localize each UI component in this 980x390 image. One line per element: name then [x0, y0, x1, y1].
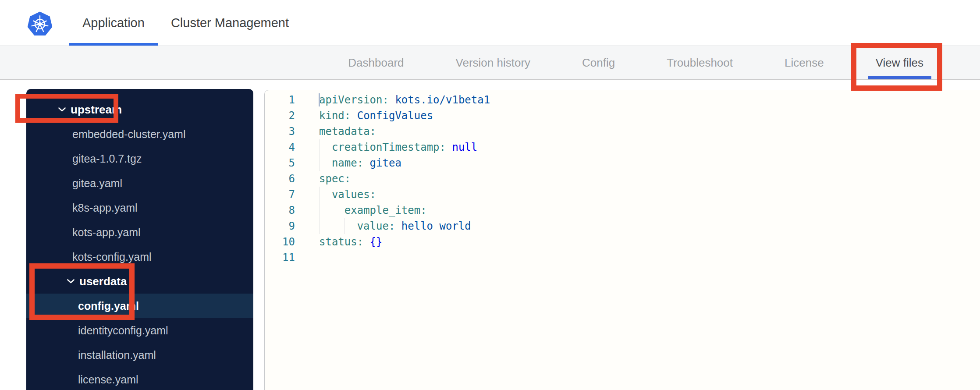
subnav-tab-view-files[interactable]: View files: [868, 46, 931, 79]
token-kw: {}: [363, 236, 382, 248]
token-key: example_item:: [344, 204, 427, 216]
token-key: creationTimestamp:: [332, 141, 446, 153]
tree-item-config-yaml[interactable]: config.yaml: [26, 294, 253, 318]
token-key: values:: [332, 188, 376, 201]
line-number: 9: [265, 218, 295, 234]
tree-item-gitea-yaml[interactable]: gitea.yaml: [26, 171, 253, 195]
line-number: 2: [265, 108, 295, 124]
subnav-tab-license[interactable]: License: [777, 46, 832, 79]
code-line-3: 3metadata:: [265, 124, 980, 139]
top-tab-label: Application: [82, 16, 145, 30]
file-label: installation.yaml: [78, 349, 156, 362]
line-number: 6: [265, 171, 295, 187]
tree-item-installation-yaml[interactable]: installation.yaml: [26, 343, 253, 367]
chevron-down-icon: [67, 279, 75, 284]
subnav-tab-label: Config: [582, 56, 615, 70]
code-line-7: 7values:: [265, 187, 980, 202]
token-key: kind:: [319, 110, 351, 122]
code-line-content: status: {}: [319, 234, 383, 250]
subnav-tab-label: Troubleshoot: [667, 56, 733, 70]
token-key: metadata:: [319, 125, 376, 138]
line-number: 4: [265, 139, 295, 155]
indent-guide: [319, 218, 332, 234]
tree-item-upstream[interactable]: upstream: [26, 97, 253, 122]
top-tabs: ApplicationCluster Management: [69, 0, 302, 46]
tree-item-kots-config-yaml[interactable]: kots-config.yaml: [26, 245, 253, 269]
token-key: status:: [319, 236, 363, 248]
file-tree-sidebar: upstreamembedded-cluster.yamlgitea-1.0.7…: [26, 89, 253, 390]
file-label: identityconfig.yaml: [78, 324, 168, 337]
indent-guide: [332, 218, 344, 234]
line-number: 11: [265, 250, 295, 266]
line-number: 5: [265, 155, 295, 171]
code-line-5: 5name: gitea: [265, 155, 980, 171]
kots-admin-console: ApplicationCluster Management DashboardV…: [0, 0, 980, 390]
code-line-11: 11: [265, 250, 980, 266]
tree-item-embedded-cluster-yaml[interactable]: embedded-cluster.yaml: [26, 122, 253, 146]
top-tab-cluster-management[interactable]: Cluster Management: [158, 0, 302, 46]
code-line-1: 1apiVersion: kots.io/v1beta1: [265, 92, 980, 108]
line-number: 3: [265, 124, 295, 139]
indent-guide: [319, 202, 332, 218]
token-val: gitea: [363, 157, 401, 169]
text-cursor: [319, 93, 320, 106]
token-val: ConfigValues: [351, 110, 433, 122]
code-line-content: values:: [319, 187, 376, 202]
code-line-content: metadata:: [319, 124, 376, 139]
code-line-content: example_item:: [319, 202, 427, 218]
subnav-tab-label: View files: [876, 56, 923, 70]
tree-item-gitea-1-0-7-tgz[interactable]: gitea-1.0.7.tgz: [26, 146, 253, 171]
code-line-content: apiVersion: kots.io/v1beta1: [319, 92, 490, 108]
code-line-4: 4creationTimestamp: null: [265, 139, 980, 155]
tree-item-kots-app-yaml[interactable]: kots-app.yaml: [26, 220, 253, 245]
token-val: hello world: [395, 220, 471, 232]
file-label: kots-app.yaml: [72, 226, 141, 239]
code-line-content: value: hello world: [319, 218, 471, 234]
app-header: ApplicationCluster Management: [0, 0, 980, 46]
token-kw: null: [446, 141, 477, 153]
token-key: value:: [357, 220, 395, 232]
folder-label: upstream: [71, 103, 122, 117]
subnav-tab-label: License: [785, 56, 824, 70]
file-label: gitea-1.0.7.tgz: [72, 152, 142, 165]
code-line-10: 10status: {}: [265, 234, 980, 250]
subnav-tab-troubleshoot[interactable]: Troubleshoot: [659, 46, 741, 79]
token-val: kots.io/v1beta1: [389, 94, 490, 106]
indent-guide: [332, 202, 344, 218]
chevron-down-icon: [58, 107, 66, 112]
indent-guide: [319, 187, 332, 202]
subnav-tab-version-history[interactable]: Version history: [448, 46, 539, 79]
subnav-tab-label: Dashboard: [348, 56, 404, 70]
tree-item-userdata[interactable]: userdata: [26, 269, 253, 294]
tree-item-license-yaml[interactable]: license.yaml: [26, 367, 253, 390]
file-editor-panel[interactable]: 1apiVersion: kots.io/v1beta12kind: Confi…: [264, 90, 980, 390]
code-line-content: creationTimestamp: null: [319, 139, 477, 155]
indent-guide: [319, 155, 332, 171]
file-label: license.yaml: [78, 373, 138, 386]
subnav-tab-label: Version history: [456, 56, 531, 70]
file-label: kots-config.yaml: [72, 251, 152, 263]
top-tab-label: Cluster Management: [171, 16, 289, 30]
tree-item-identityconfig-yaml[interactable]: identityconfig.yaml: [26, 318, 253, 343]
line-number: 8: [265, 202, 295, 218]
code-line-6: 6spec:: [265, 171, 980, 187]
kubernetes-logo-icon: [27, 11, 53, 37]
code-line-9: 9value: hello world: [265, 218, 980, 234]
file-label: gitea.yaml: [72, 177, 122, 190]
indent-guide: [344, 218, 357, 234]
token-key: apiVersion:: [319, 94, 389, 106]
indent-guide: [319, 139, 332, 155]
code-line-content: spec:: [319, 171, 351, 187]
file-label: k8s-app.yaml: [72, 202, 138, 214]
subnav-tab-dashboard[interactable]: Dashboard: [340, 46, 412, 79]
line-number: 1: [265, 92, 295, 108]
code-line-2: 2kind: ConfigValues: [265, 108, 980, 124]
line-number: 7: [265, 187, 295, 202]
folder-label: userdata: [79, 275, 127, 288]
app-subnav: DashboardVersion historyConfigTroublesho…: [0, 46, 980, 80]
tree-item-k8s-app-yaml[interactable]: k8s-app.yaml: [26, 195, 253, 220]
subnav-tab-config[interactable]: Config: [574, 46, 623, 79]
code-line-8: 8example_item:: [265, 202, 980, 218]
top-tab-application[interactable]: Application: [69, 0, 158, 46]
file-label: embedded-cluster.yaml: [72, 128, 185, 141]
